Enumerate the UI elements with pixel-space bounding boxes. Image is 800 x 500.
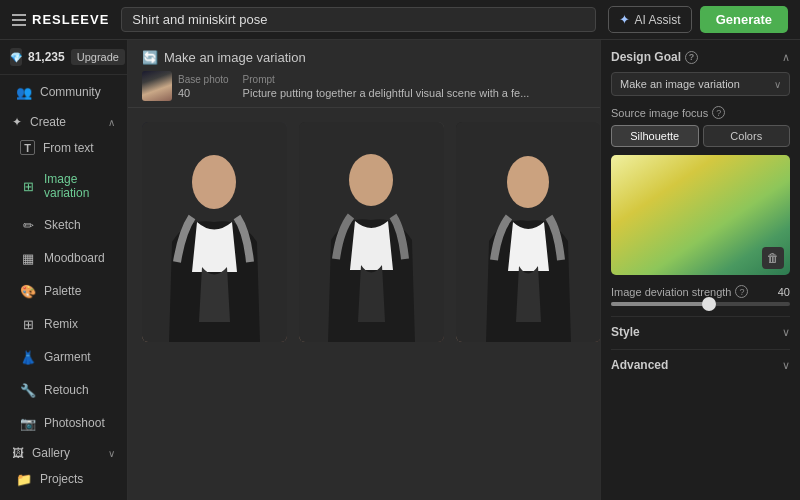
sidebar-section-gallery[interactable]: 🖼 Gallery ∨ — [0, 440, 127, 462]
sidebar-item-community[interactable]: 👥 Community — [4, 76, 123, 108]
photoshoot-icon: 📷 — [20, 415, 36, 431]
sidebar-item-retouch[interactable]: 🔧 Retouch — [8, 374, 123, 406]
sidebar-label-create: Create — [30, 115, 66, 129]
design-goal-dropdown[interactable]: Make an image variation ∨ — [611, 72, 790, 96]
image-card-3[interactable] — [456, 122, 600, 342]
sidebar-item-image-variation[interactable]: ⊞ Image variation — [8, 164, 123, 208]
delete-color-button[interactable]: 🗑 — [762, 247, 784, 269]
sidebar: 💎 81,235 Upgrade 👥 Community ✦ Create ∧ … — [0, 40, 128, 500]
sidebar-item-remix[interactable]: ⊞ Remix — [8, 308, 123, 340]
image-card-2[interactable] — [299, 122, 444, 342]
topbar: RESLEEVE ✦ AI Assist Generate — [0, 0, 800, 40]
base-photo-number: 40 — [178, 87, 229, 99]
palette-icon: 🎨 — [20, 283, 36, 299]
svg-point-5 — [507, 156, 549, 208]
source-focus-info-icon[interactable]: ? — [712, 106, 725, 119]
deviation-value: 40 — [778, 286, 790, 298]
content-header-label: Make an image variation — [164, 50, 306, 65]
sidebar-section-create[interactable]: ✦ Create ∧ — [0, 109, 127, 131]
svg-point-3 — [349, 154, 393, 206]
advanced-section: Advanced ∨ — [611, 349, 790, 378]
title-input[interactable] — [121, 7, 595, 32]
prompt-label: Prompt — [243, 74, 530, 85]
sidebar-label-palette: Palette — [44, 284, 81, 298]
style-chevron-icon: ∨ — [782, 326, 790, 339]
meta-info: Base photo 40 — [178, 74, 229, 99]
hamburger-menu[interactable] — [12, 14, 26, 26]
credits-bar: 💎 81,235 Upgrade — [0, 40, 127, 75]
topbar-right: ✦ AI Assist Generate — [608, 6, 788, 33]
design-goal-chevron-icon[interactable]: ∧ — [782, 51, 790, 64]
create-chevron-icon: ∧ — [108, 117, 115, 128]
advanced-chevron-icon: ∨ — [782, 359, 790, 372]
sidebar-label-retouch: Retouch — [44, 383, 89, 397]
deviation-slider-track[interactable] — [611, 302, 790, 306]
content-header: 🔄 Make an image variation Base photo 40 … — [128, 40, 600, 108]
ai-assist-button[interactable]: ✦ AI Assist — [608, 6, 692, 33]
star-icon: ✦ — [619, 12, 630, 27]
content-header-top: 🔄 Make an image variation — [142, 50, 586, 65]
credits-count: 81,235 — [28, 50, 65, 64]
projects-icon: 📁 — [16, 471, 32, 487]
sidebar-item-palette[interactable]: 🎨 Palette — [8, 275, 123, 307]
design-goal-info-icon[interactable]: ? — [685, 51, 698, 64]
image-card-1[interactable] — [142, 122, 287, 342]
sidebar-item-photoshoot[interactable]: 📷 Photoshoot — [8, 407, 123, 439]
design-goal-title: Design Goal ? — [611, 50, 698, 64]
dropdown-chevron-icon: ∨ — [774, 79, 781, 90]
upgrade-button[interactable]: Upgrade — [71, 49, 125, 65]
image-grid: Generating image... — [128, 108, 600, 500]
remix-icon: ⊞ — [20, 316, 36, 332]
sidebar-label-photoshoot: Photoshoot — [44, 416, 105, 430]
sidebar-item-projects[interactable]: 📁 Projects — [4, 463, 123, 495]
moodboard-icon: ▦ — [20, 250, 36, 266]
sidebar-label-remix: Remix — [44, 317, 78, 331]
focus-buttons: Silhouette Colors — [611, 125, 790, 147]
generate-button[interactable]: Generate — [700, 6, 788, 33]
sidebar-label-projects: Projects — [40, 472, 83, 486]
deviation-slider-thumb[interactable] — [702, 297, 716, 311]
sidebar-item-from-text[interactable]: T From text — [8, 132, 123, 163]
sketch-icon: ✏ — [20, 217, 36, 233]
gallery-icon: 🖼 — [12, 446, 24, 460]
silhouette-button[interactable]: Silhouette — [611, 125, 699, 147]
deviation-row: Image deviation strength ? 40 — [611, 285, 790, 298]
sidebar-label-gallery: Gallery — [32, 446, 70, 460]
meta-photo: Base photo 40 — [142, 71, 229, 101]
image-variation-icon: ⊞ — [20, 178, 36, 194]
base-photo-thumb — [142, 71, 172, 101]
advanced-header[interactable]: Advanced ∨ — [611, 358, 790, 378]
sidebar-label-image-variation: Image variation — [44, 172, 111, 200]
advanced-title: Advanced — [611, 358, 668, 372]
design-goal-header: Design Goal ? ∧ — [611, 50, 790, 64]
svg-point-1 — [192, 155, 236, 209]
sidebar-item-garment[interactable]: 👗 Garment — [8, 341, 123, 373]
retouch-icon: 🔧 — [20, 382, 36, 398]
content-area: 🔄 Make an image variation Base photo 40 … — [128, 40, 600, 500]
base-photo-label: Base photo — [178, 74, 229, 85]
design-goal-section: Design Goal ? ∧ Make an image variation … — [611, 50, 790, 96]
sidebar-sub-create: T From text ⊞ Image variation ✏ Sketch ▦… — [0, 131, 127, 440]
sidebar-item-sketch[interactable]: ✏ Sketch — [8, 209, 123, 241]
source-focus-section: Source image focus ? Silhouette Colors 🗑 — [611, 106, 790, 275]
right-panel: Design Goal ? ∧ Make an image variation … — [600, 40, 800, 500]
main-layout: 💎 81,235 Upgrade 👥 Community ✦ Create ∧ … — [0, 40, 800, 500]
design-goal-selected: Make an image variation — [620, 78, 740, 90]
sidebar-label-garment: Garment — [44, 350, 91, 364]
garment-icon: 👗 — [20, 349, 36, 365]
color-gradient-box: 🗑 — [611, 155, 790, 275]
deviation-label: Image deviation strength ? — [611, 285, 748, 298]
prompt-container: Prompt Picture putting together a deligh… — [243, 74, 530, 99]
style-section: Style ∨ — [611, 316, 790, 345]
credits-icon: 💎 — [10, 48, 22, 66]
colors-button[interactable]: Colors — [703, 125, 791, 147]
sidebar-label-sketch: Sketch — [44, 218, 81, 232]
from-text-icon: T — [20, 140, 35, 155]
fashion-image-1 — [142, 122, 287, 342]
create-icon: ✦ — [12, 115, 22, 129]
style-header[interactable]: Style ∨ — [611, 325, 790, 345]
sidebar-item-moodboard[interactable]: ▦ Moodboard — [8, 242, 123, 274]
deviation-info-icon[interactable]: ? — [735, 285, 748, 298]
style-title: Style — [611, 325, 640, 339]
sidebar-label-community: Community — [40, 85, 101, 99]
